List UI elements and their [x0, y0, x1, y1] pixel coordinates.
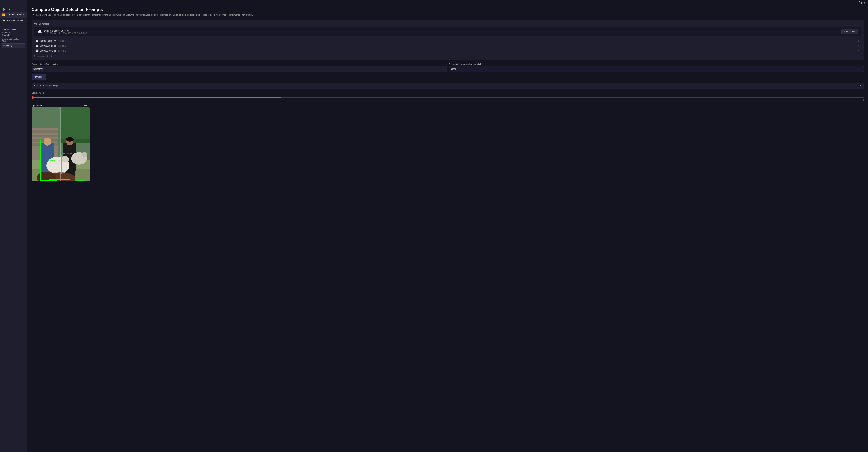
select-image-label: Select image	[32, 92, 864, 94]
autolabel-icon: 🏷️	[2, 19, 5, 22]
file-name-1: 00000153529.jpg	[40, 45, 56, 47]
prompt1-input[interactable]	[32, 66, 447, 72]
deploy-button[interactable]: Deploy	[859, 1, 865, 3]
prompt2-label: Please enter the second prompt label	[449, 63, 864, 65]
file-item: 📄 00000094871.jpg 243.7KB ×	[34, 49, 861, 53]
dropzone[interactable]: ☁️ Drag and drop files here Limit 200MB …	[34, 27, 861, 36]
page-title: Compare Object Detection Prompts	[32, 7, 864, 12]
prompt-row: Please enter the first prompt label Plea…	[32, 63, 864, 72]
file-remove-1[interactable]: ×	[857, 44, 860, 47]
svg-rect-3	[32, 135, 58, 137]
dropzone-left: ☁️ Drag and drop files here Limit 200MB …	[37, 29, 88, 34]
upload-section-title: Upload images:	[34, 23, 861, 25]
file-size-1: 127.2KB	[59, 45, 66, 47]
slider-labels: 1 4	[32, 99, 864, 101]
pagination-info: Showing page 1 of 2 ‹ ›	[34, 54, 861, 58]
file-name-0: 00000280891.jpg	[40, 40, 56, 42]
comparison-svg: sheep 0.65 sheep 0.33	[32, 107, 90, 181]
model-label: Zero Shot Detection Model	[0, 37, 27, 43]
expand-settings[interactable]: Expand for more settings... ▼	[32, 83, 864, 89]
svg-point-18	[61, 156, 69, 162]
image-compare-section: pedestrian sheep	[32, 104, 90, 181]
prompt1-label: Please enter the first prompt label	[32, 63, 447, 65]
sidebar-item-home-label: Home	[6, 8, 12, 10]
chevron-down-icon: ▼	[859, 85, 861, 87]
svg-point-11	[43, 138, 51, 146]
sidebar-divider	[0, 25, 27, 25]
sidebar-close-area: ×	[0, 1, 27, 6]
file-remove-2[interactable]: ×	[857, 50, 860, 52]
file-size-2: 243.7KB	[59, 50, 66, 52]
file-icon: 📄	[36, 44, 38, 47]
browse-files-button[interactable]: Browse files	[841, 29, 858, 34]
dropzone-limit-text: Limit 200MB per file • JPG, JPEG, PNG, G…	[44, 32, 88, 34]
model-select[interactable]: groundingdino	[2, 43, 25, 48]
predict-button[interactable]: Predict	[32, 74, 46, 80]
slider-label-min: 1	[32, 99, 33, 101]
file-remove-0[interactable]: ×	[857, 40, 860, 42]
svg-rect-2	[32, 130, 58, 133]
dropzone-drag-text: Drag and drop files here	[44, 29, 88, 32]
compare-label-right: sheep	[81, 104, 90, 107]
detection-label-sheep-033: sheep 0.33	[50, 160, 60, 162]
file-size-0: 189.3KB	[59, 40, 66, 42]
sidebar-item-autolabel[interactable]: 🏷️ Autolabel Images	[0, 18, 27, 23]
slider-container: 1 4	[32, 96, 864, 101]
expand-settings-label: Expand for more settings...	[34, 85, 59, 87]
compare-icon: 🔀	[2, 13, 5, 16]
cloud-upload-icon: ☁️	[37, 29, 42, 34]
close-sidebar-button[interactable]: ×	[24, 2, 26, 5]
pagination-prev-button[interactable]: ‹	[856, 54, 858, 58]
main-content: Compare Object Detection Prompts This pa…	[27, 3, 868, 452]
file-name-2: 00000094871.jpg	[40, 50, 56, 52]
sidebar-item-autolabel-label: Autolabel Images	[6, 19, 23, 22]
dropzone-text-area: Drag and drop files here Limit 200MB per…	[44, 29, 88, 34]
page-description: This page allows you to compare object d…	[32, 13, 864, 17]
pagination-next-button[interactable]: ›	[859, 54, 861, 58]
prompt-field-2: Please enter the second prompt label	[449, 63, 864, 72]
slider-label-max: 4	[863, 99, 864, 101]
file-item: 📄 00000280891.jpg 189.3KB ×	[34, 38, 861, 43]
model-select-wrapper: groundingdino ▼	[0, 43, 27, 49]
compare-label-bar: pedestrian sheep	[32, 104, 90, 107]
file-icon: 📄	[36, 40, 38, 42]
sidebar-item-compare-label: Compare Prompts	[6, 13, 24, 16]
svg-rect-7	[60, 107, 90, 139]
image-slider[interactable]	[32, 97, 864, 98]
detection-label-sheep-065: sheep 0.65	[62, 153, 72, 155]
sidebar-item-home[interactable]: 🏠 Home	[0, 6, 27, 12]
file-icon: 📄	[36, 50, 38, 52]
prompt-field-1: Please enter the first prompt label	[32, 63, 447, 72]
upload-section: Upload images: ☁️ Drag and drop files he…	[32, 20, 864, 60]
sidebar-section-title: Compare Object Detection Prompts	[0, 26, 27, 37]
sidebar: × 🏠 Home 🔀 Compare Prompts 🏷️ Autolabel …	[0, 0, 27, 452]
prompt2-input[interactable]	[449, 66, 864, 72]
pagination-arrows: ‹ ›	[856, 54, 861, 58]
compare-label-left: pedestrian	[32, 104, 44, 107]
home-icon: 🏠	[2, 8, 5, 10]
svg-point-24	[82, 152, 87, 157]
svg-point-16	[66, 137, 73, 141]
file-item: 📄 00000153529.jpg 127.2KB ×	[34, 43, 861, 49]
sidebar-item-compare-prompts[interactable]: 🔀 Compare Prompts	[0, 12, 27, 18]
image-comparison-display: sheep 0.65 sheep 0.33	[32, 107, 90, 181]
pagination-text: Showing page 1 of 2	[34, 55, 52, 57]
